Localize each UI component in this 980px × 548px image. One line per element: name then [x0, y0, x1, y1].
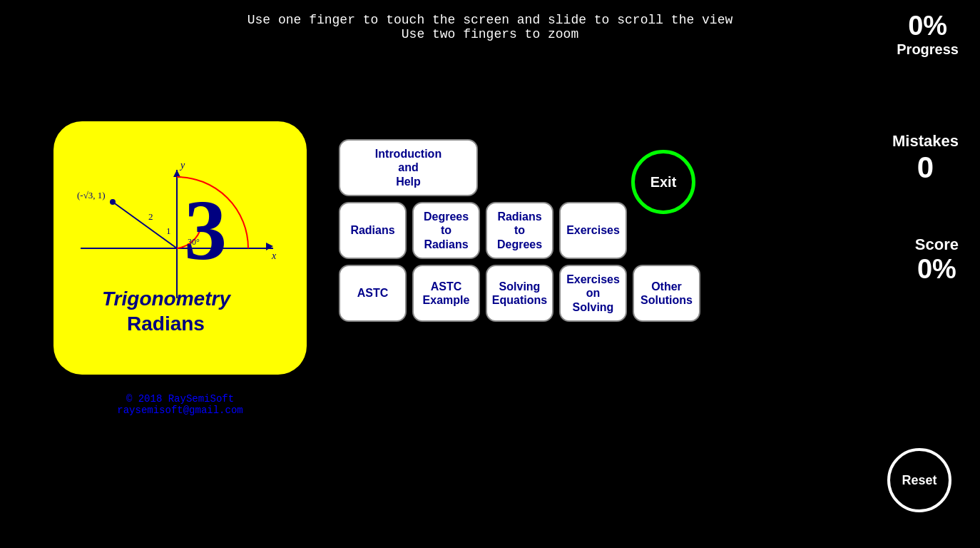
progress-label: Progress — [897, 41, 959, 58]
astc-button[interactable]: ASTC — [339, 265, 407, 322]
instructions: Use one finger to touch the screen and s… — [247, 13, 733, 41]
copyright-line2: raysemisoft@gmail.com — [53, 405, 307, 416]
radians-button[interactable]: Radians — [339, 202, 407, 259]
app-icon-svg: x y (-√3, 1) 2 1 30° 3 Trigonometry Radi… — [66, 156, 295, 341]
svg-text:(-√3, 1): (-√3, 1) — [77, 190, 106, 201]
copyright-text: © 2018 RaySemiSoft raysemisoft@gmail.com — [53, 393, 307, 416]
mistakes-panel: Mistakes 0 — [892, 132, 959, 185]
instruction-line2: Use two fingers to zoom — [247, 27, 733, 41]
exercises-on-solving-button[interactable]: ExercisesonSolving — [559, 265, 627, 322]
copyright-line1: © 2018 RaySemiSoft — [53, 393, 307, 405]
progress-panel: 0% Progress — [897, 11, 959, 58]
reset-button[interactable]: Reset — [887, 448, 951, 512]
other-solutions-button[interactable]: OtherSolutions — [633, 265, 700, 322]
svg-point-7 — [110, 199, 116, 205]
progress-value: 0% — [897, 11, 959, 41]
app-icon: x y (-√3, 1) 2 1 30° 3 Trigonometry Radi… — [53, 121, 307, 375]
nav-row-2: Radians DegreestoRadians RadianstoDegree… — [339, 202, 700, 259]
intro-button[interactable]: IntroductionandHelp — [339, 139, 478, 196]
svg-marker-2 — [266, 243, 273, 250]
svg-text:Trigonometry: Trigonometry — [102, 288, 231, 310]
score-label: Score — [915, 235, 959, 254]
instruction-line1: Use one finger to touch the screen and s… — [247, 13, 733, 27]
score-value: 0% — [915, 254, 959, 285]
mistakes-label: Mistakes — [892, 132, 959, 151]
score-panel: Score 0% — [915, 235, 959, 285]
svg-marker-3 — [173, 170, 180, 177]
svg-text:y: y — [179, 160, 185, 171]
astc-example-button[interactable]: ASTCExample — [412, 265, 480, 322]
radians-to-degrees-button[interactable]: RadianstoDegrees — [486, 202, 553, 259]
degrees-to-radians-button[interactable]: DegreestoRadians — [412, 202, 480, 259]
mistakes-value: 0 — [892, 151, 959, 185]
svg-text:x: x — [271, 250, 277, 261]
exercises-button[interactable]: Exercises — [559, 202, 627, 259]
solving-equations-button[interactable]: SolvingEquations — [486, 265, 553, 322]
svg-text:2: 2 — [148, 211, 153, 222]
svg-text:Radians: Radians — [127, 313, 205, 335]
svg-text:1: 1 — [166, 225, 171, 236]
nav-row-3: ASTC ASTCExample SolvingEquations Exerci… — [339, 265, 700, 322]
exit-button[interactable]: Exit — [631, 150, 695, 214]
svg-text:3: 3 — [184, 183, 227, 278]
